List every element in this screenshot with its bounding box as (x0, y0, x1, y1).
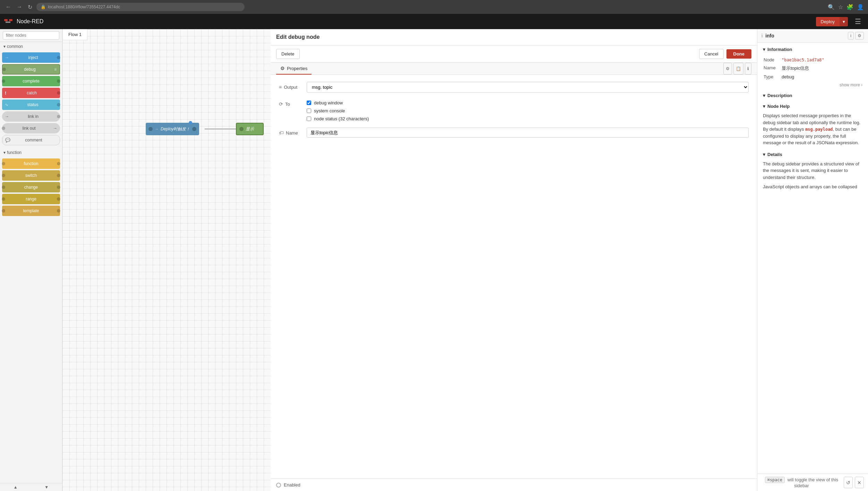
palette-node-comment[interactable]: 💬 comment (2, 135, 60, 145)
sidebar-settings-button[interactable]: ⚙ (855, 32, 864, 40)
palette-node-status[interactable]: ∿ status (2, 100, 60, 110)
palette-node-catch[interactable]: ! catch (2, 88, 60, 98)
lock-icon: 🔒 (41, 5, 46, 9)
node-switch-label: switch (5, 173, 57, 178)
sidebar-header-icons: i ⚙ (848, 32, 864, 40)
output-select[interactable]: msg. topic (307, 82, 749, 93)
to-icon: ⟳ (279, 101, 283, 107)
palette-node-change[interactable]: change (2, 182, 60, 192)
flow-tab-1[interactable]: Flow 1 (62, 29, 87, 40)
chevron-down-icon-function: ▾ (3, 150, 6, 155)
node-range-label: range (5, 197, 57, 201)
canvas-area[interactable]: Flow 1 → Deploy时触发！ 显示 (62, 29, 757, 491)
node-template-label: template (5, 208, 57, 213)
palette-section-function-header[interactable]: ▾ function (0, 148, 62, 157)
palette-node-linkout[interactable]: link out → (2, 123, 60, 133)
profile-icon[interactable]: 👤 (857, 4, 864, 10)
deploy-button[interactable]: Deploy (816, 17, 840, 26)
details-section-header[interactable]: ▾ Details (763, 152, 862, 157)
deploy-dropdown-button[interactable]: ▾ (840, 17, 848, 26)
section-function-label: function (7, 150, 22, 155)
star-icon[interactable]: ☆ (838, 4, 843, 10)
tab-settings-button[interactable]: ⚙ (723, 63, 732, 75)
done-button[interactable]: Done (726, 49, 752, 59)
debug-node-port-left (239, 127, 244, 131)
palette-scroll-down-button[interactable]: ▼ (31, 483, 62, 491)
palette-search-area (0, 29, 62, 42)
checkbox-status-label: node status (32 characters) (314, 116, 369, 121)
palette-nodes-list: ▾ common → inject debug ≡ (0, 42, 62, 483)
palette-node-template[interactable]: template (2, 206, 60, 216)
address-bar[interactable]: 🔒 localhost:1880/#flow/73554227.4474dc (36, 3, 245, 11)
refresh-button[interactable]: ↻ (26, 2, 34, 12)
palette-node-range[interactable]: range (2, 194, 60, 204)
node-change-label: change (5, 185, 57, 190)
svg-rect-0 (4, 19, 8, 21)
tab-copy-button[interactable]: 📋 (733, 63, 743, 75)
output-label-text: Output (284, 85, 297, 90)
form-label-name: 🏷 Name (279, 128, 307, 136)
sidebar-info-button[interactable]: i (848, 32, 854, 40)
deploy-node-indicator (189, 121, 192, 124)
arrow-right-icon-linkin: → (5, 114, 9, 119)
edit-footer: Enabled (271, 479, 757, 491)
palette-node-inject[interactable]: → inject (2, 52, 60, 63)
name-input[interactable] (307, 128, 749, 138)
node-function-label: function (5, 161, 57, 166)
output-icon: ≡ (279, 84, 282, 90)
info-section-details: ▾ Details The debug sidebar provides a s… (763, 152, 862, 190)
enabled-indicator (276, 483, 281, 488)
tab-info-button[interactable]: ℹ (745, 63, 751, 75)
cancel-button[interactable]: Cancel (699, 49, 723, 59)
palette-node-function[interactable]: function (2, 158, 60, 169)
search-icon[interactable]: 🔍 (828, 4, 835, 10)
form-label-to: ⟳ To (279, 99, 307, 107)
checkbox-row-debug: debug window (307, 100, 749, 105)
complete-port-left (2, 79, 5, 83)
node-linkin-label: link in (9, 114, 57, 119)
sidebar-info-icon: i (761, 33, 763, 38)
checkbox-debug-window[interactable] (307, 101, 311, 105)
back-button[interactable]: ← (4, 2, 12, 11)
tab-properties[interactable]: ⚙ Properties (276, 63, 312, 75)
range-port-left (2, 197, 5, 201)
show-more-link[interactable]: show more › (763, 83, 862, 87)
checkbox-row-status: node status (32 characters) (307, 116, 749, 121)
complete-port-right (57, 79, 60, 83)
canvas-node-deploy-trigger[interactable]: → Deploy时触发！ (146, 123, 199, 135)
palette-node-switch[interactable]: switch (2, 170, 60, 181)
node-help-section-header[interactable]: ▾ Node Help (763, 104, 862, 109)
palette-scroll-up-button[interactable]: ▲ (0, 483, 31, 491)
properties-tab-label: Properties (287, 66, 307, 71)
sidebar-close-button[interactable]: ✕ (855, 477, 864, 488)
description-section-header[interactable]: ▾ Description (763, 93, 862, 98)
edit-panel: Edit debug node Delete Cancel Done ⚙ Pro… (271, 29, 757, 491)
debug-node-label: 显示 (246, 126, 254, 132)
menu-button[interactable]: ☰ (852, 16, 864, 27)
delete-button[interactable]: Delete (276, 49, 300, 59)
description-label: Description (767, 93, 792, 98)
node-help-label: Node Help (767, 104, 790, 109)
msg-payload-highlight: msg.payload (805, 127, 833, 132)
show-more-text: show more (840, 83, 860, 87)
node-help-text: Displays selected message properties in … (763, 112, 862, 146)
checkbox-node-status[interactable] (307, 117, 311, 121)
canvas-node-show-topic[interactable]: 显示 (236, 123, 264, 135)
topbar: Node-RED Deploy ▾ ☰ (0, 14, 868, 29)
palette-search-input[interactable] (3, 31, 59, 40)
form-label-output: ≡ Output (279, 82, 307, 90)
palette-node-debug[interactable]: debug ≡ (2, 64, 60, 75)
deploy-label: Deploy (821, 19, 835, 24)
sidebar-refresh-button[interactable]: ↺ (844, 477, 853, 488)
edit-panel-title: Edit debug node (271, 29, 757, 45)
details-label: Details (767, 152, 782, 157)
forward-button[interactable]: → (15, 2, 24, 11)
palette-section-common-header[interactable]: ▾ common (0, 42, 62, 51)
palette-node-linkin[interactable]: → link in (2, 111, 60, 122)
extension-icon[interactable]: 🧩 (846, 4, 853, 10)
info-name-row: Name 显示topic信息 (764, 64, 862, 72)
deploy-node-port-right (192, 127, 196, 131)
checkbox-system-console[interactable] (307, 109, 311, 113)
information-section-header[interactable]: ▾ Information (763, 47, 862, 52)
palette-node-complete[interactable]: complete (2, 76, 60, 86)
